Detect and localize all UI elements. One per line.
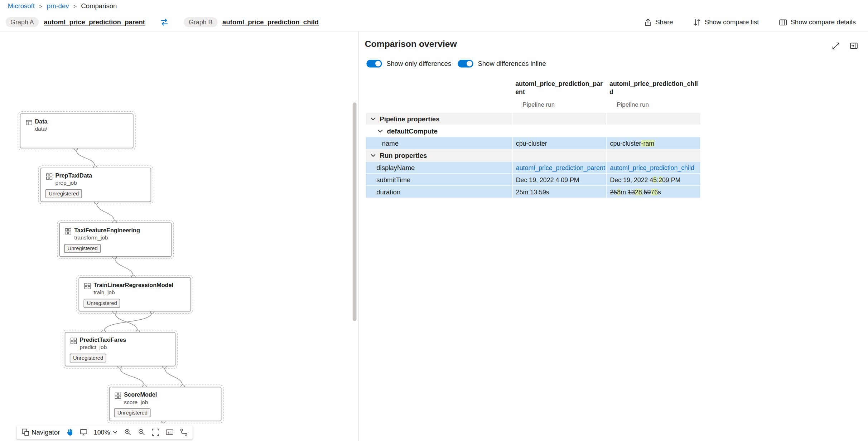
show-compare-details-button[interactable]: Show compare details — [776, 18, 859, 27]
diff-toggles: Show only differences Show differences i… — [366, 60, 868, 68]
table-row-submittime: submitTimeDec 19, 2022 4:09 PMDec 19, 20… — [366, 174, 700, 186]
comparison-panel: Comparison overview — [359, 32, 868, 441]
screen-view-button[interactable] — [80, 428, 88, 436]
diff-segment-ins: 5 — [653, 176, 657, 183]
node-status-badge: Unregistered — [64, 244, 101, 253]
diff-segment-ins: 2 — [659, 176, 662, 183]
diff-segment-del: 9 — [666, 176, 669, 183]
value-cell-a: Dec 19, 2022 4:09 PM — [512, 174, 606, 185]
toggle-switch-on[interactable] — [366, 60, 382, 68]
navigator-button[interactable]: Navigator — [21, 428, 60, 436]
diff-segment-keep: PM — [669, 176, 681, 183]
component-icon — [84, 283, 91, 290]
share-button[interactable]: Share — [640, 18, 676, 27]
zoom-out-button[interactable] — [138, 428, 146, 436]
graph-node-predicttaxifares[interactable]: PredictTaxiFarespredict_jobUnregistered — [65, 332, 175, 367]
table-header: automl_price_prediction_parent Pipeline … — [366, 75, 700, 113]
row-label: duration — [366, 188, 512, 196]
graph-edges — [0, 32, 359, 441]
table-row-displayname: displayNameautoml_price_prediction_paren… — [366, 161, 700, 174]
chevron-down-icon — [112, 430, 117, 435]
swap-icon — [160, 18, 169, 26]
node-subtitle: data/ — [35, 126, 128, 132]
node-subtitle: score_job — [124, 399, 216, 405]
table-rows: Pipeline propertiesdefaultComputenamecpu… — [366, 113, 700, 198]
breadcrumb-link-pm-dev[interactable]: pm-dev — [47, 2, 69, 10]
column-subtitle: Pipeline run — [522, 101, 606, 108]
node-title: TaxiFeatureEngineering — [74, 227, 167, 234]
svg-text:1:1: 1:1 — [168, 431, 172, 434]
show-compare-list-button[interactable]: Show compare list — [690, 18, 762, 27]
graph-node-scoremodel[interactable]: ScoreModelscore_jobUnregistered — [109, 387, 222, 421]
layout-icon — [180, 428, 188, 436]
canvas-toolbar: Navigator 100% — [16, 426, 192, 439]
expand-panel-button[interactable] — [831, 41, 841, 51]
row-label: submitTime — [366, 176, 512, 184]
graph-node-preptaxidata[interactable]: PrepTaxiDataprep_jobUnregistered — [40, 168, 151, 202]
graph-node-trainlinearregressionmodel[interactable]: TrainLinearRegressionModeltrain_jobUnreg… — [79, 277, 191, 311]
toggle-show-only-differences[interactable]: Show only differences — [366, 60, 451, 68]
zoom-level-select[interactable]: 100% — [94, 429, 118, 436]
breadcrumb-current: Comparison — [81, 2, 117, 10]
value-cell-b: Dec 19, 2022 45:209 PM — [606, 174, 700, 185]
diff-segment-ins: 76 — [651, 188, 658, 195]
value-cell-a — [512, 125, 606, 136]
graph-node-data[interactable]: Datadata/ — [20, 113, 134, 148]
toggle-label: Show only differences — [386, 60, 451, 68]
component-icon — [65, 228, 72, 235]
actual-size-button[interactable]: 1:1 — [165, 428, 174, 436]
zoom-in-button[interactable] — [124, 428, 132, 436]
diff-segment-keep: cpu-cluster — [610, 140, 641, 146]
fit-to-screen-icon — [151, 428, 159, 436]
pipeline-canvas[interactable]: Datadata/PrepTaxiDataprep_jobUnregistere… — [0, 32, 359, 441]
comparison-table: automl_price_prediction_parent Pipeline … — [366, 75, 700, 198]
toggle-label: Show differences inline — [478, 60, 546, 68]
graph-a-link[interactable]: automl_price_prediction_parent — [44, 18, 145, 26]
diff-segment-del: 4 — [650, 176, 653, 183]
run-link[interactable]: automl_price_prediction_parent — [516, 164, 605, 171]
navigator-icon — [21, 428, 29, 436]
diff-segment-ins: -ram — [641, 140, 655, 146]
graph-b-link[interactable]: automl_price_prediction_child — [222, 18, 319, 26]
component-icon — [70, 338, 77, 344]
diff-segment-keep: cpu-cluster — [516, 140, 547, 146]
column-title: automl_price_prediction_parent — [515, 80, 606, 97]
pan-tool-button[interactable] — [66, 428, 74, 436]
node-title: Data — [35, 118, 128, 125]
diff-segment-keep: 0 — [662, 176, 666, 183]
chevron-down-icon — [370, 115, 377, 122]
value-cell-b: 258m 1328.5976s — [606, 186, 700, 197]
toggle-show-differences-inline[interactable]: Show differences inline — [458, 60, 546, 68]
vertical-scrollbar[interactable] — [353, 102, 357, 321]
value-cell-a: cpu-cluster — [512, 137, 606, 149]
graph-node-taxifeatureengineering[interactable]: TaxiFeatureEngineeringtransform_jobUnreg… — [59, 222, 172, 257]
diff-segment-keep: 25m 13.59s — [516, 188, 549, 195]
swap-graphs-button[interactable] — [159, 16, 170, 28]
node-subtitle: train_job — [93, 290, 186, 296]
table-row-run-properties[interactable]: Run properties — [366, 149, 700, 161]
node-title: TrainLinearRegressionModel — [93, 282, 186, 289]
node-status-badge: Unregistered — [83, 299, 120, 307]
compare-details-icon — [779, 18, 787, 26]
expand-icon — [832, 42, 840, 50]
node-status-badge: Unregistered — [45, 189, 82, 198]
row-label: Run properties — [366, 151, 512, 159]
fit-to-screen-button[interactable] — [151, 428, 159, 436]
collapse-panel-button[interactable] — [849, 41, 859, 51]
auto-layout-button[interactable] — [180, 428, 188, 436]
row-label: name — [366, 139, 512, 147]
column-subtitle: Pipeline run — [617, 101, 700, 108]
run-link[interactable]: automl_price_prediction_child — [610, 164, 694, 171]
table-row-pipeline-properties[interactable]: Pipeline properties — [366, 113, 700, 125]
node-title: PrepTaxiData — [56, 172, 146, 179]
table-row-defaultcompute[interactable]: defaultCompute — [366, 125, 700, 137]
value-cell-a: automl_price_prediction_parent — [512, 161, 606, 173]
diff-segment-keep: Dec 19, 2022 4:09 PM — [516, 176, 579, 183]
diff-segment-ins: 8 — [617, 188, 621, 195]
monitor-icon — [80, 428, 88, 436]
node-status-badge: Unregistered — [70, 353, 107, 362]
breadcrumb-link-microsoft[interactable]: Microsoft — [8, 2, 35, 10]
column-header-graph-a: automl_price_prediction_parent Pipeline … — [512, 80, 606, 113]
toggle-switch-on[interactable] — [458, 60, 473, 68]
column-header-graph-b: automl_price_prediction_child Pipeline r… — [606, 80, 700, 113]
